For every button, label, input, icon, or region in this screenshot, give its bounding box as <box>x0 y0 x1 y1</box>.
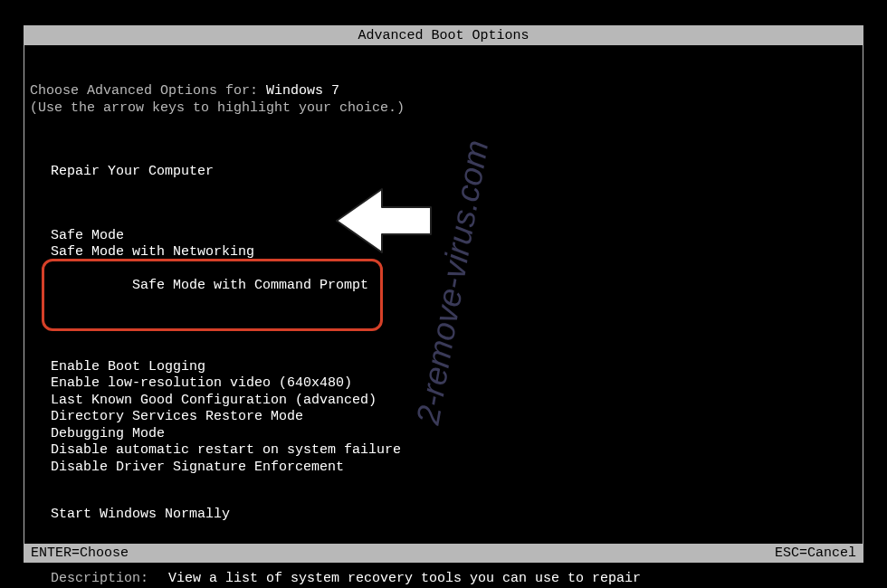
title-text: Advanced Boot Options <box>358 28 529 43</box>
footer-bar: ENTER=Choose ESC=Cancel <box>24 544 863 563</box>
instruction-line-2: (Use the arrow keys to highlight your ch… <box>30 100 857 118</box>
menu-item-disable-auto-restart[interactable]: Disable automatic restart on system fail… <box>51 442 401 460</box>
menu-section: Repair Your Computer Safe Mode Safe Mode… <box>30 164 857 524</box>
menu-item-low-res-video[interactable]: Enable low-resolution video (640x480) <box>51 375 352 393</box>
description-label: Description: <box>51 571 168 588</box>
description-row: Description: View a list of system recov… <box>30 571 857 589</box>
highlight-ring-icon <box>42 259 383 331</box>
menu-item-disable-driver-sig[interactable]: Disable Driver Signature Enforcement <box>51 460 344 477</box>
description-text: View a list of system recovery tools you… <box>168 571 675 589</box>
menu-item-boot-logging[interactable]: Enable Boot Logging <box>51 359 205 376</box>
os-name: Windows 7 <box>266 83 339 99</box>
menu-item-safe-mode[interactable]: Safe Mode <box>51 228 124 245</box>
menu-item-directory-services[interactable]: Directory Services Restore Mode <box>51 409 303 426</box>
menu-item-repair-computer[interactable]: Repair Your Computer <box>51 164 214 181</box>
menu-item-debugging-mode[interactable]: Debugging Mode <box>51 426 165 443</box>
menu-item-start-normally[interactable]: Start Windows Normally <box>51 507 230 524</box>
menu-item-safe-mode-cmd-prompt[interactable]: Safe Mode with Command Prompt <box>51 261 368 328</box>
menu-item-last-known-good[interactable]: Last Known Good Configuration (advanced) <box>51 393 377 410</box>
safe-mode-block: Safe Mode Safe Mode with Networking Safe… <box>51 228 857 328</box>
instruction-prefix: Choose Advanced Options for: <box>30 83 266 99</box>
advanced-block: Enable Boot Logging Enable low-resolutio… <box>51 359 857 477</box>
footer-enter-choose: ENTER=Choose <box>31 545 129 561</box>
instruction-line-1: Choose Advanced Options for: Windows 7 <box>30 83 857 100</box>
content-area: Choose Advanced Options for: Windows 7 (… <box>24 45 863 588</box>
start-block: Start Windows Normally <box>51 507 857 524</box>
boot-options-frame: Advanced Boot Options Choose Advanced Op… <box>24 25 863 563</box>
footer-esc-cancel: ESC=Cancel <box>775 545 856 561</box>
title-bar: Advanced Boot Options <box>24 26 863 45</box>
